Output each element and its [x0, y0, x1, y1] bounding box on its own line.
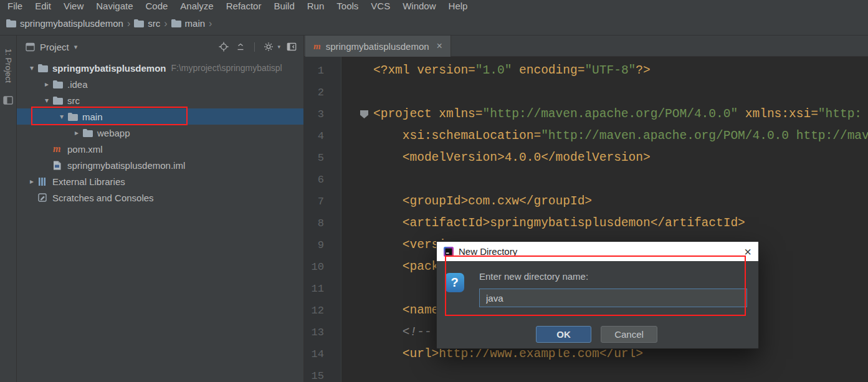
menu-item-navigate[interactable]: Navigate	[90, 0, 139, 12]
menu-item-tools[interactable]: Tools	[330, 0, 365, 12]
line-number: 3	[304, 108, 341, 120]
code-text[interactable]: <!-- F	[341, 322, 446, 343]
tree-item-label: src	[67, 95, 80, 106]
code-text[interactable]: xsi:schemaLocation="http://maven.apache.…	[341, 125, 868, 147]
folder-icon	[134, 19, 144, 27]
project-path-hint: F:\myproject\springmybatispl	[171, 63, 282, 73]
folder-icon	[53, 97, 64, 105]
dialog-title-bar[interactable]: New Directory ×	[437, 242, 758, 261]
collapse-all-icon[interactable]	[235, 41, 246, 52]
tree-item-external-libraries[interactable]: ▸External Libraries	[17, 173, 303, 189]
new-directory-dialog: New Directory × ? Enter new directory na…	[436, 241, 759, 349]
project-panel-header: Project ▾ ▾	[17, 36, 303, 58]
breadcrumb-item-springmybatisplusdemon[interactable]: springmybatisplusdemon	[6, 18, 123, 29]
expand-arrow-icon[interactable]: ▸	[27, 177, 37, 186]
dialog-close-icon[interactable]: ×	[744, 246, 751, 258]
code-text[interactable]: <versi	[341, 234, 446, 256]
dialog-message: Enter new directory name:	[479, 271, 588, 282]
line-number: 2	[304, 87, 341, 98]
folder-icon	[83, 129, 93, 137]
line-number: 11	[304, 283, 341, 295]
menu-item-help[interactable]: Help	[442, 0, 474, 12]
tree-item-springmybatisplusdemon.iml[interactable]: springmybatisplusdemon.iml	[17, 157, 303, 173]
tree-item-src[interactable]: ▾src	[17, 92, 303, 108]
cancel-button[interactable]: Cancel	[601, 326, 657, 343]
tree-item-label: springmybatisplusdemon.iml	[67, 160, 185, 171]
breadcrumb: springmybatisplusdemon›src›main›	[0, 12, 868, 36]
menu-item-view[interactable]: View	[57, 0, 90, 12]
tree-item-main[interactable]: ▾main	[17, 108, 303, 125]
line-number: 4	[304, 130, 341, 142]
tree-item-scratches-and-consoles[interactable]: Scratches and Consoles	[17, 189, 303, 206]
tree-item-.idea[interactable]: ▸.idea	[17, 76, 303, 92]
line-number: 15	[304, 370, 341, 382]
code-line-15: 15	[304, 365, 868, 382]
breadcrumb-label: main	[185, 18, 206, 29]
folder-icon	[38, 64, 49, 72]
breadcrumb-chevron-icon: ›	[164, 18, 167, 29]
code-text[interactable]: <groupId>com.cxw</groupId>	[341, 191, 592, 212]
project-tool-icon	[24, 41, 36, 52]
code-line-4: 4 xsi:schemaLocation="http://maven.apach…	[304, 125, 868, 147]
breadcrumb-item-main[interactable]: main	[171, 18, 206, 29]
expand-arrow-icon[interactable]: ▾	[42, 96, 52, 105]
code-line-7: 7 <groupId>com.cxw</groupId>	[304, 191, 868, 212]
menu-item-edit[interactable]: Edit	[29, 0, 57, 12]
code-line-8: 8 <artifactId>springmybatisplusdemon</ar…	[304, 212, 868, 234]
ok-button[interactable]: OK	[536, 326, 591, 343]
line-number: 10	[304, 261, 341, 273]
code-text[interactable]: <name>	[341, 300, 446, 322]
code-text[interactable]: <modelVersion>4.0.0</modelVersion>	[341, 147, 651, 169]
breadcrumb-chevron-icon: ›	[209, 18, 212, 29]
expand-arrow-icon[interactable]: ▸	[42, 80, 52, 88]
tree-item-pom.xml[interactable]: mpom.xml	[17, 141, 303, 157]
menu-item-vcs[interactable]: VCS	[365, 0, 396, 12]
code-text[interactable]: <artifactId>springmybatisplusdemon</arti…	[341, 212, 745, 234]
project-tree: ▾springmybatisplusdemonF:\myproject\spri…	[17, 60, 303, 206]
code-line-5: 5 <modelVersion>4.0.0</modelVersion>	[304, 147, 868, 169]
project-panel: Project ▾ ▾ ▾springmybatisplusdemonF:\my…	[17, 36, 304, 382]
tree-item-webapp[interactable]: ▸webapp	[17, 125, 303, 141]
menu-item-file[interactable]: File	[1, 0, 29, 12]
code-text[interactable]: <packa	[341, 256, 446, 278]
menu-item-analyze[interactable]: Analyze	[174, 0, 219, 12]
expand-arrow-icon[interactable]: ▾	[27, 64, 37, 72]
menu-bar: FileEditViewNavigateCodeAnalyzeRefactorB…	[0, 0, 868, 12]
tree-item-label: webapp	[97, 128, 130, 138]
library-icon	[38, 178, 49, 186]
project-stripe-button[interactable]: 1: Project	[4, 49, 13, 83]
menu-item-refactor[interactable]: Refactor	[220, 0, 268, 12]
menu-item-code[interactable]: Code	[139, 0, 174, 12]
settings-icon[interactable]	[263, 41, 274, 52]
expand-arrow-icon[interactable]: ▾	[57, 112, 67, 121]
iml-icon	[53, 161, 64, 170]
project-panel-title: Project	[40, 42, 69, 52]
line-number: 14	[304, 348, 341, 360]
menu-item-build[interactable]: Build	[267, 0, 300, 12]
line-number: 7	[304, 196, 341, 208]
line-number: 9	[304, 239, 341, 251]
dialog-body: ? Enter new directory name: OK Cancel	[437, 261, 758, 348]
code-line-3: 3<project xmlns="http://maven.apache.org…	[304, 103, 868, 125]
line-number: 8	[304, 217, 341, 229]
tree-item-springmybatisplusdemon[interactable]: ▾springmybatisplusdemonF:\myproject\spri…	[17, 60, 303, 76]
locate-icon[interactable]	[218, 41, 229, 52]
expand-arrow-icon[interactable]: ▸	[72, 128, 82, 137]
menu-item-window[interactable]: Window	[396, 0, 442, 12]
chevron-down-icon[interactable]: ▾	[74, 43, 78, 51]
menu-item-run[interactable]: Run	[301, 0, 331, 12]
breadcrumb-label: springmybatisplusdemon	[20, 18, 123, 29]
editor-tab-pom[interactable]: m springmybatisplusdemon ×	[305, 36, 451, 57]
code-line-2: 2	[304, 82, 868, 103]
toolbar-divider	[254, 42, 255, 52]
close-icon[interactable]: ×	[437, 41, 442, 52]
hide-icon[interactable]	[286, 41, 297, 52]
tool-window-stripe: 1: Project	[0, 36, 17, 382]
maven-icon: m	[53, 145, 64, 153]
code-text[interactable]: <?xml version="1.0" encoding="UTF-8"?>	[341, 60, 651, 82]
scratches-icon	[38, 193, 49, 202]
editor-tab-label: springmybatisplusdemon	[326, 41, 429, 52]
directory-name-input[interactable]	[479, 289, 747, 307]
breadcrumb-item-src[interactable]: src	[134, 18, 160, 29]
code-text[interactable]: <project xmlns="http://maven.apache.org/…	[341, 103, 862, 125]
